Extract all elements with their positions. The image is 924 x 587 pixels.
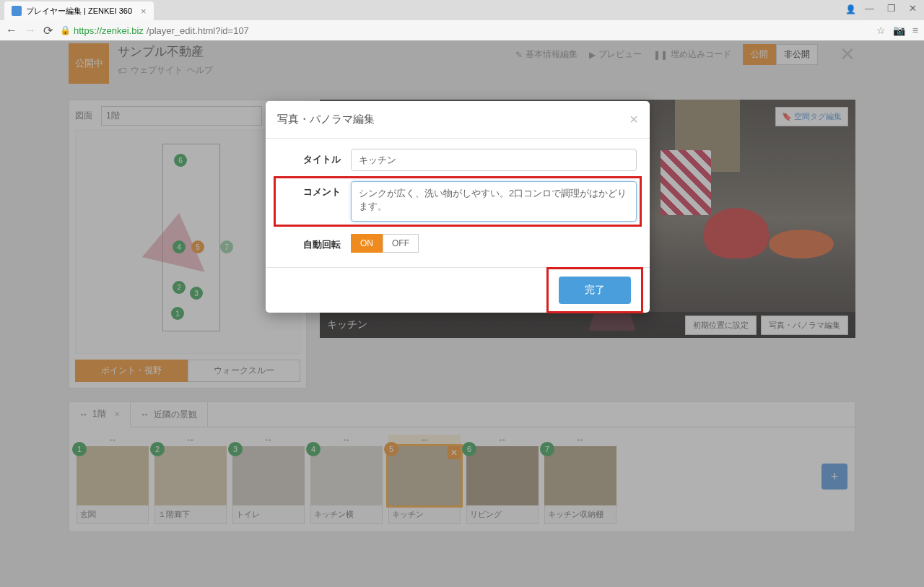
autorotate-on-button[interactable]: ON bbox=[351, 234, 383, 253]
browser-chrome: プレイヤー編集 | ZENKEI 360 × 👤 — ❐ ✕ ← → ⟳ 🔒 h… bbox=[0, 0, 924, 40]
comment-highlight: コメント bbox=[274, 176, 642, 227]
comment-textarea[interactable] bbox=[351, 181, 637, 222]
reload-icon[interactable]: ⟳ bbox=[43, 24, 53, 38]
nav-bar: ← → ⟳ 🔒 https://zenkei.biz/player_edit.h… bbox=[0, 20, 924, 40]
edit-panorama-modal: 写真・パノラマ編集 × タイトル コメント 自動回転 ON OFF bbox=[266, 101, 650, 313]
title-input[interactable] bbox=[351, 149, 637, 171]
menu-icon[interactable]: ≡ bbox=[912, 25, 918, 36]
window-controls: — ❐ ✕ bbox=[865, 3, 917, 14]
done-highlight: 完了 bbox=[546, 267, 643, 313]
url-path: /player_edit.html?id=107 bbox=[147, 25, 249, 36]
autorotate-label: 自動回転 bbox=[279, 234, 351, 251]
url-host: https://zenkei.biz bbox=[74, 25, 144, 36]
tab-close-icon[interactable]: × bbox=[141, 6, 147, 17]
done-button[interactable]: 完了 bbox=[559, 277, 631, 304]
profile-icon[interactable]: 👤 bbox=[842, 1, 859, 17]
favicon-icon bbox=[12, 6, 22, 16]
back-icon[interactable]: ← bbox=[6, 24, 17, 37]
comment-label: コメント bbox=[279, 181, 351, 199]
modal-close-icon[interactable]: × bbox=[629, 111, 638, 128]
window-close-icon[interactable]: ✕ bbox=[909, 3, 917, 14]
title-label: タイトル bbox=[279, 149, 351, 166]
camera-icon[interactable]: 📷 bbox=[893, 25, 905, 36]
page: 公開中 サンプル不動産 🏷 ウェブサイト ヘルプ ✎ 基本情報編集 ▶ プレビュ… bbox=[0, 40, 924, 587]
tab-title: プレイヤー編集 | ZENKEI 360 bbox=[26, 6, 132, 17]
modal-title: 写真・パノラマ編集 bbox=[277, 113, 375, 126]
autorotate-off-button[interactable]: OFF bbox=[383, 234, 419, 253]
star-icon[interactable]: ☆ bbox=[876, 25, 886, 36]
forward-icon: → bbox=[25, 24, 36, 37]
url-bar[interactable]: 🔒 https://zenkei.biz/player_edit.html?id… bbox=[60, 25, 869, 36]
tab-bar: プレイヤー編集 | ZENKEI 360 × 👤 — ❐ ✕ bbox=[0, 0, 924, 20]
minimize-icon[interactable]: — bbox=[865, 3, 874, 14]
browser-tab[interactable]: プレイヤー編集 | ZENKEI 360 × bbox=[4, 1, 154, 20]
maximize-icon[interactable]: ❐ bbox=[887, 3, 896, 14]
lock-icon: 🔒 bbox=[60, 25, 71, 35]
